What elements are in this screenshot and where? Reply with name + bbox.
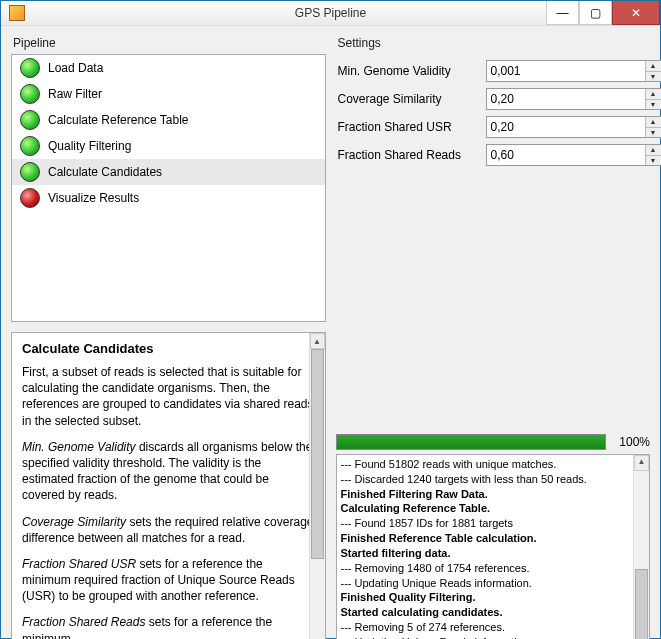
pipeline-item[interactable]: Calculate Reference Table: [12, 107, 325, 133]
setting-label: Fraction Shared Reads: [338, 148, 478, 162]
spinner-up-icon[interactable]: ▲: [646, 89, 661, 100]
settings-header: Settings: [336, 34, 651, 54]
log-line: --- Removing 1480 of 1754 references.: [341, 561, 630, 576]
setting-input[interactable]: [487, 145, 645, 165]
description-title: Calculate Candidates: [22, 341, 315, 356]
log-line: --- Found 1857 IDs for 1881 targets: [341, 516, 630, 531]
pipeline-item-label: Quality Filtering: [48, 139, 131, 153]
log-line: Finished Reference Table calculation.: [341, 531, 630, 546]
desc-scrollbar[interactable]: ▲ ▼: [309, 333, 325, 639]
close-button[interactable]: ✕: [612, 1, 660, 25]
setting-label: Coverage Similarity: [338, 92, 478, 106]
log-line: --- Updating Unique Reads information.: [341, 576, 630, 591]
status-dot-icon: [20, 136, 40, 156]
log-line: --- Found 51802 reads with unique matche…: [341, 457, 630, 472]
pipeline-list: Load DataRaw FilterCalculate Reference T…: [11, 54, 326, 322]
progress-area: 100% --- Found 51802 reads with unique m…: [336, 434, 651, 639]
spinner-up-icon[interactable]: ▲: [646, 117, 661, 128]
description-paragraph: First, a subset of reads is selected tha…: [22, 364, 315, 429]
right-column: Settings Min. Genome Validity▲▼Coverage …: [336, 34, 651, 639]
left-column: Pipeline Load DataRaw FilterCalculate Re…: [11, 34, 326, 639]
setting-input[interactable]: [487, 89, 645, 109]
log-line: Finished Quality Filtering.: [341, 590, 630, 605]
description-paragraph: Min. Genome Validity discards all organi…: [22, 439, 315, 504]
status-dot-icon: [20, 84, 40, 104]
status-dot-icon: [20, 58, 40, 78]
pipeline-item[interactable]: Visualize Results: [12, 185, 325, 211]
spinner-down-icon[interactable]: ▼: [646, 156, 661, 166]
log-line: --- Removing 5 of 274 references.: [341, 620, 630, 635]
setting-spinner[interactable]: ▲▼: [486, 116, 662, 138]
spinner-down-icon[interactable]: ▼: [646, 128, 661, 138]
log-line: --- Updating Unique Reads information.: [341, 635, 630, 639]
status-dot-icon: [20, 188, 40, 208]
log-box: --- Found 51802 reads with unique matche…: [336, 454, 651, 639]
setting-input[interactable]: [487, 117, 645, 137]
pipeline-item[interactable]: Calculate Candidates: [12, 159, 325, 185]
maximize-button[interactable]: ▢: [579, 1, 612, 25]
description-paragraph: Coverage Similarity sets the required re…: [22, 514, 315, 546]
titlebar: GPS Pipeline — ▢ ✕: [1, 1, 660, 26]
spinner-down-icon[interactable]: ▼: [646, 72, 661, 82]
status-dot-icon: [20, 162, 40, 182]
pipeline-header: Pipeline: [11, 34, 326, 54]
scroll-up-icon[interactable]: ▲: [310, 333, 325, 349]
log-line: Started calculating candidates.: [341, 605, 630, 620]
setting-input[interactable]: [487, 61, 645, 81]
progress-percent: 100%: [612, 435, 650, 449]
spinner-down-icon[interactable]: ▼: [646, 100, 661, 110]
pipeline-item-label: Visualize Results: [48, 191, 139, 205]
log-line: Started filtering data.: [341, 546, 630, 561]
description-paragraph: Fraction Shared USR sets for a reference…: [22, 556, 315, 605]
progress-fill: [337, 435, 606, 449]
content: Pipeline Load DataRaw FilterCalculate Re…: [1, 26, 660, 639]
pipeline-item-label: Calculate Reference Table: [48, 113, 189, 127]
setting-spinner[interactable]: ▲▼: [486, 88, 662, 110]
window-controls: — ▢ ✕: [546, 1, 660, 25]
status-dot-icon: [20, 110, 40, 130]
setting-label: Fraction Shared USR: [338, 120, 478, 134]
description-box: Calculate Candidates First, a subset of …: [11, 332, 326, 639]
setting-label: Min. Genome Validity: [338, 64, 478, 78]
pipeline-item[interactable]: Load Data: [12, 55, 325, 81]
progress-wrap: 100%: [336, 434, 651, 450]
pipeline-item[interactable]: Quality Filtering: [12, 133, 325, 159]
spinner-up-icon[interactable]: ▲: [646, 61, 661, 72]
pipeline-item-label: Raw Filter: [48, 87, 102, 101]
pipeline-item-label: Calculate Candidates: [48, 165, 162, 179]
log-line: --- Discarded 1240 targets with less tha…: [341, 472, 630, 487]
pipeline-item-label: Load Data: [48, 61, 103, 75]
settings-grid: Min. Genome Validity▲▼Coverage Similarit…: [336, 56, 651, 166]
setting-spinner[interactable]: ▲▼: [486, 60, 662, 82]
app-icon: [9, 5, 25, 21]
setting-spinner[interactable]: ▲▼: [486, 144, 662, 166]
description-paragraph: Fraction Shared Reads sets for a referen…: [22, 614, 315, 639]
progress-bar: [336, 434, 607, 450]
log-line: Calculating Reference Table.: [341, 501, 630, 516]
log-scrollbar[interactable]: ▲ ▼: [633, 455, 649, 639]
top-panels: Pipeline Load DataRaw FilterCalculate Re…: [11, 34, 650, 639]
spinner-up-icon[interactable]: ▲: [646, 145, 661, 156]
pipeline-item[interactable]: Raw Filter: [12, 81, 325, 107]
minimize-button[interactable]: —: [546, 1, 579, 25]
scroll-up-icon[interactable]: ▲: [634, 455, 649, 471]
window: GPS Pipeline — ▢ ✕ Pipeline Load DataRaw…: [0, 0, 661, 639]
log-line: Finished Filtering Raw Data.: [341, 487, 630, 502]
